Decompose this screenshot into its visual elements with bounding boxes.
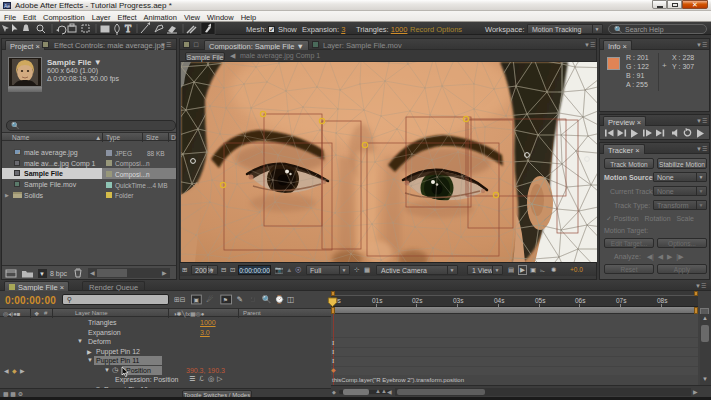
svg-text:8 bpc: 8 bpc	[50, 270, 68, 278]
svg-text:⌚: ⌚	[274, 294, 284, 304]
svg-text:▼: ▼	[39, 271, 45, 277]
svg-text:🔍: 🔍	[262, 294, 272, 304]
svg-text:T: T	[125, 23, 131, 34]
svg-text:▣: ▣	[194, 297, 200, 303]
svg-text:▶: ▶	[162, 270, 167, 276]
svg-text:✎: ✎	[236, 295, 243, 304]
svg-text:⚑: ⚑	[223, 297, 228, 303]
svg-text:⊞⊟: ⊞⊟	[174, 296, 185, 303]
svg-text:◫: ◫	[287, 295, 294, 304]
svg-text:◾: ◾	[248, 294, 258, 304]
svg-text:◀: ◀	[90, 270, 95, 276]
svg-text:☄: ☄	[206, 295, 213, 304]
